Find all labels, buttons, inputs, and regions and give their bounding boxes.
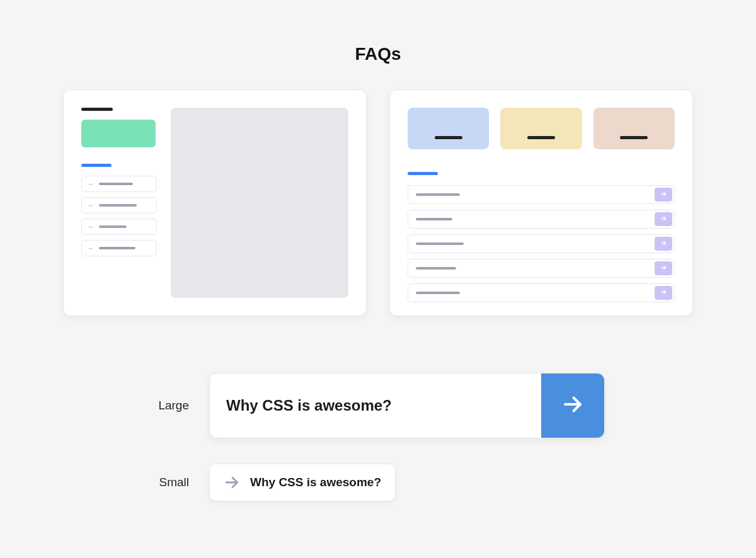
arrow-right-icon: [660, 189, 667, 200]
card1-faq-list: →→→→: [81, 176, 157, 256]
placeholder-text-line: [416, 218, 452, 220]
placeholder-text-line: [99, 247, 135, 249]
placeholder-text-line: [620, 136, 648, 139]
placeholder-text-line: [527, 136, 555, 139]
faq-item-row[interactable]: [408, 210, 675, 229]
arrow-right-icon: [660, 263, 667, 274]
faq-item-mini[interactable]: →: [81, 197, 157, 214]
placeholder-heading: [81, 108, 113, 111]
faq-expand-button[interactable]: [655, 261, 672, 275]
category-tile[interactable]: [593, 108, 675, 149]
placeholder-text-line: [99, 183, 133, 185]
page-root: FAQs →→→→ Large Why C: [0, 0, 756, 501]
category-tile[interactable]: [500, 108, 581, 149]
arrow-right-icon: [660, 214, 667, 225]
faq-question-text: Why CSS is awesome?: [210, 397, 541, 414]
category-tile[interactable]: [408, 108, 489, 149]
page-title: FAQs: [63, 44, 693, 64]
card2-category-tiles: [408, 108, 675, 149]
faq-item-row[interactable]: [408, 259, 675, 278]
placeholder-text-line: [416, 242, 464, 245]
card1-sidebar: →→→→: [81, 108, 157, 298]
faq-item-row[interactable]: [408, 234, 675, 253]
faq-item-mini[interactable]: →: [81, 240, 157, 256]
placeholder-text-line: [416, 292, 460, 294]
placeholder-content-area: [171, 108, 348, 298]
faq-item-row[interactable]: [408, 283, 675, 302]
arrow-right-icon: [224, 474, 240, 491]
placeholder-highlight-box: [81, 120, 156, 147]
variant-label-large: Large: [139, 399, 189, 413]
arrow-right-icon: [660, 287, 667, 299]
faq-item-large[interactable]: Why CSS is awesome?: [209, 373, 605, 438]
placeholder-text-line: [99, 204, 137, 207]
arrow-right-icon: [660, 238, 667, 249]
placeholder-text-line: [416, 267, 456, 270]
placeholder-text-line: [435, 136, 462, 139]
faq-expand-button[interactable]: [655, 286, 672, 300]
variant-label-small: Small: [139, 475, 189, 489]
placeholder-section-label: [408, 172, 438, 175]
example-row-small: Small Why CSS is awesome?: [63, 464, 693, 501]
faq-expand-button[interactable]: [655, 212, 672, 226]
arrow-right-icon: →: [87, 224, 94, 231]
preview-card-tiles-layout: [389, 89, 693, 316]
arrow-right-icon: →: [87, 202, 94, 209]
faq-expand-button[interactable]: [541, 373, 604, 438]
card1-inner: →→→→: [81, 108, 348, 298]
placeholder-text-line: [99, 225, 127, 228]
faq-expand-button[interactable]: [655, 188, 672, 202]
faq-item-mini[interactable]: →: [81, 219, 157, 235]
arrow-right-icon: →: [87, 245, 94, 252]
faq-variants: Large Why CSS is awesome? Small Why CSS …: [63, 373, 693, 501]
placeholder-text-line: [416, 193, 460, 196]
preview-cards-row: →→→→: [63, 89, 693, 316]
placeholder-section-label: [81, 164, 112, 167]
faq-expand-button[interactable]: [655, 237, 672, 251]
faq-item-row[interactable]: [408, 185, 675, 204]
faq-question-text: Why CSS is awesome?: [250, 475, 381, 489]
preview-card-sidebar-layout: →→→→: [63, 89, 367, 316]
faq-item-mini[interactable]: →: [81, 176, 157, 192]
arrow-right-icon: →: [87, 181, 94, 188]
example-row-large: Large Why CSS is awesome?: [63, 373, 693, 438]
card2-faq-list: [408, 185, 675, 302]
arrow-right-icon: [561, 393, 584, 418]
faq-item-small[interactable]: Why CSS is awesome?: [209, 464, 396, 501]
